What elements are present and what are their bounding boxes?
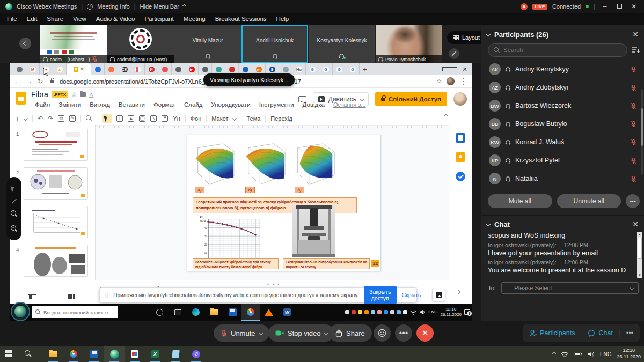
google-tab-4[interactable]: G — [346, 63, 360, 75]
menu-edit[interactable]: Edit — [22, 16, 42, 22]
bookmark-star-icon[interactable]: ☆ — [436, 78, 442, 85]
theme-button[interactable]: Тема — [246, 115, 260, 122]
video-thumbnail-vitaliy-mazur[interactable]: Vitaliy Mazur — [174, 25, 241, 63]
active-tab-slides[interactable]: ✕ — [67, 63, 91, 75]
stop-video-button[interactable]: Stop video — [268, 324, 334, 342]
thermo-tab[interactable]: ▌ — [131, 63, 145, 75]
hide-notice-button[interactable]: Скрыть — [402, 292, 421, 298]
tray-icon-4[interactable] — [364, 310, 369, 314]
shared-search-input[interactable] — [43, 309, 108, 315]
star-icon[interactable]: ☆ — [71, 91, 77, 98]
tray-icon-7[interactable] — [384, 310, 388, 314]
browser-maximize-button[interactable] — [442, 66, 457, 73]
participants-search-input[interactable] — [503, 47, 600, 53]
stop-sharing-button[interactable]: Закрыть доступ — [364, 286, 396, 304]
viber-taskbar-icon[interactable]: ✆ — [186, 346, 206, 362]
participant-row[interactable]: AKAndriy Kernytskyy — [481, 60, 641, 78]
language-indicator[interactable]: ENG — [600, 351, 612, 357]
layout-button[interactable]: Layout — [447, 31, 486, 44]
globe-tab[interactable] — [13, 63, 26, 75]
select-tool-button[interactable] — [102, 114, 112, 123]
tray-icon-2[interactable] — [352, 310, 356, 314]
edge-icon[interactable] — [187, 304, 205, 321]
close-button[interactable]: ✕ — [629, 3, 639, 10]
google-slides-icon[interactable] — [16, 92, 26, 105]
collapse-participants-icon[interactable] — [486, 32, 491, 36]
red-tab[interactable]: И — [145, 63, 158, 75]
leave-meeting-button[interactable]: ✕ — [416, 324, 434, 342]
participant-row[interactable]: BBBoguslaw Butrylo — [481, 115, 641, 133]
shared-taskbar-search[interactable] — [32, 306, 118, 318]
explorer-taskbar-icon[interactable] — [43, 346, 63, 362]
wifi-icon[interactable] — [561, 351, 568, 357]
volume-icon[interactable] — [419, 309, 426, 315]
ck-tab[interactable]: CK — [118, 63, 131, 75]
participants-toggle-button[interactable]: Participants — [523, 324, 581, 342]
menu-participant[interactable]: Participant — [140, 16, 178, 22]
new-slide-button[interactable]: + — [15, 114, 19, 123]
slides-menu-вставити[interactable]: Вставити — [115, 101, 149, 108]
chrome-taskbar-icon[interactable] — [63, 346, 84, 362]
cortana-icon[interactable] — [150, 304, 169, 321]
google-tab-1[interactable]: G — [306, 63, 319, 75]
youtube-tab[interactable]: ▶ — [185, 63, 199, 75]
video-thumbnail-kostyantyn-kolesnyk[interactable]: Kostyantyn Kolesnyk — [309, 25, 375, 63]
browser-minimize-button[interactable]: — — [427, 66, 442, 73]
print-icon[interactable]: ▤ — [58, 115, 64, 122]
menu-breakout-sessions[interactable]: Breakout Sessions — [210, 16, 272, 22]
tray-icon-1[interactable] — [345, 310, 349, 314]
background-button[interactable]: Фон — [191, 115, 202, 122]
insert-shape-icon[interactable]: ◯ — [139, 115, 145, 122]
video-thumbnail-pavlo-tymoshchuk[interactable]: Pavlo Tymoshchuk — [376, 25, 442, 63]
more-options-button[interactable]: ••• — [395, 324, 412, 342]
menu-file[interactable]: File — [2, 16, 22, 22]
participant-row[interactable]: AZAndriy Zdobytskyi — [481, 78, 641, 97]
word-icon[interactable]: W — [278, 304, 296, 321]
browser-menu-icon[interactable]: ⋮ — [459, 76, 468, 86]
browser-profile-avatar[interactable] — [447, 77, 455, 85]
slides-menu-слайд[interactable]: Слайд — [180, 101, 207, 108]
menu-meeting[interactable]: Meeting — [179, 16, 210, 22]
close-participants-icon[interactable]: ✕ — [632, 30, 639, 39]
current-slide[interactable]: а) б) в) Теоретичний прогноз міцності за… — [187, 135, 381, 271]
collapse-chat-icon[interactable] — [486, 222, 491, 226]
wifi-icon[interactable] — [410, 309, 416, 315]
slide-thumbnail-2[interactable] — [24, 167, 88, 200]
redo-button[interactable]: ↷ — [48, 115, 53, 122]
pink-tab[interactable] — [158, 63, 172, 75]
paint-format-icon[interactable]: ✎ — [69, 115, 76, 122]
tray-icon-10[interactable] — [403, 310, 407, 314]
close-tab-icon[interactable]: ✕ — [80, 67, 84, 72]
explorer-icon[interactable] — [205, 304, 223, 321]
orange-tab[interactable] — [105, 63, 118, 75]
slide-thumbnail-4[interactable] — [24, 245, 88, 277]
record-icon[interactable] — [521, 3, 528, 10]
slides-menu-інструменти[interactable]: Інструменти — [255, 101, 298, 108]
close-chat-icon[interactable]: ✕ — [632, 220, 639, 228]
participant-row[interactable]: BWBartosz Wieczorek — [481, 97, 641, 115]
text-box-icon[interactable]: T — [116, 115, 123, 122]
meeting-info-button[interactable]: Meeting Info — [97, 3, 130, 10]
previous-videos-button[interactable] — [19, 38, 31, 49]
notes-taskbar-icon[interactable] — [165, 346, 186, 362]
hide-menu-bar-button[interactable]: Hide Menu Bar — [140, 3, 179, 10]
sort-icon[interactable] — [632, 47, 640, 54]
floppy-icon[interactable] — [223, 304, 241, 321]
share-access-button[interactable]: Спільний Доступ — [375, 92, 447, 106]
menu-audio-video[interactable]: Audio & Video — [91, 16, 140, 22]
shared-clock[interactable]: 12:1026.11.2020 — [441, 307, 462, 317]
drive-tab[interactable]: ▲ — [53, 63, 67, 75]
reactions-button[interactable] — [374, 324, 391, 342]
annotate-button[interactable] — [449, 48, 459, 59]
new-tab-button[interactable]: + — [360, 65, 370, 73]
video-thumbnail-andrii-lisnichuk[interactable]: Andrii Lisnichuk — [241, 25, 308, 63]
pointer-tool-icon[interactable] — [11, 185, 18, 193]
layout-menu-button[interactable]: Макет — [211, 115, 228, 122]
slides-menu-вигляд[interactable]: Вигляд — [86, 101, 114, 108]
webex-taskbar-icon[interactable] — [104, 346, 125, 362]
start-button[interactable] — [5, 350, 12, 357]
undo-button[interactable]: ↶ — [38, 115, 43, 122]
keep-icon[interactable] — [456, 152, 465, 162]
gmail-tab[interactable]: M — [26, 63, 40, 75]
self-view-bubble[interactable] — [11, 302, 30, 321]
